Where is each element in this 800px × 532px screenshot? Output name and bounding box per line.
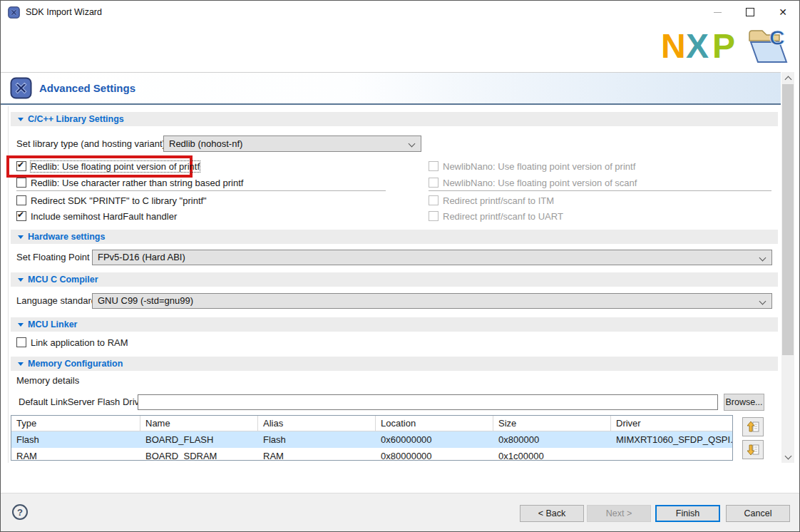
language-standard-value: GNU C99 (-std=gnu99): [93, 294, 771, 308]
section-header-memory[interactable]: Memory Configuration: [11, 357, 778, 371]
chevron-up-icon: [784, 76, 791, 83]
separator: [16, 190, 386, 191]
close-button[interactable]: ✕: [766, 1, 799, 24]
svg-text:C: C: [769, 26, 785, 49]
newlib-scanf-checkbox: [429, 178, 439, 188]
svg-text:N: N: [661, 27, 686, 63]
wizard-header: Advanced Settings: [1, 72, 781, 105]
checkbox-row-redlib-char[interactable]: Redlib: Use character rather than string…: [16, 177, 243, 188]
collapse-triangle-icon: [18, 235, 24, 239]
redlib-char-checkbox[interactable]: [16, 178, 26, 188]
section-header-hardware[interactable]: Hardware settings: [11, 230, 778, 244]
section-title: C/C++ Library Settings: [28, 114, 124, 124]
library-type-combo[interactable]: Redlib (nohost-nf): [163, 135, 421, 152]
checkbox-row-itm: Redirect printf/scanf to ITM: [429, 195, 554, 206]
redlib-float-label[interactable]: Redlib: Use floating point version of pr…: [31, 161, 200, 172]
library-type-label: Set library type (and hosting variant): [16, 135, 165, 152]
scroll-up-button[interactable]: [781, 72, 794, 84]
redirect-printf-checkbox[interactable]: [16, 195, 26, 205]
section-header-compiler[interactable]: MCU C Compiler: [11, 272, 778, 287]
close-icon: ✕: [779, 7, 787, 17]
maximize-button[interactable]: [734, 1, 766, 24]
itm-label: Redirect printf/scanf to ITM: [443, 195, 554, 206]
nxp-logo: N X P: [661, 26, 741, 66]
vertical-scrollbar[interactable]: [781, 72, 794, 463]
link-ram-label[interactable]: Link application to RAM: [31, 337, 128, 348]
redirect-printf-label[interactable]: Redirect SDK "PRINTF" to C library "prin…: [31, 195, 207, 206]
section-title: Hardware settings: [28, 232, 105, 242]
checkbox-row-semihost[interactable]: Include semihost HardFault handler: [16, 210, 177, 222]
minimize-icon: [714, 12, 722, 13]
semihost-label[interactable]: Include semihost HardFault handler: [31, 211, 177, 222]
newlib-printf-label: NewlibNano: Use floating point version o…: [443, 161, 635, 172]
checkbox-row-redlib-float[interactable]: Redlib: Use floating point version of pr…: [16, 160, 200, 172]
minimize-button[interactable]: [701, 1, 734, 24]
memory-table-header: Type Name Alias Location Size Driver: [11, 416, 732, 431]
collapse-triangle-icon: [18, 323, 24, 327]
maximize-icon: [746, 8, 754, 16]
page-title: Advanced Settings: [39, 82, 135, 94]
link-ram-checkbox[interactable]: [16, 337, 26, 347]
back-button[interactable]: < Back: [520, 505, 584, 522]
checkbox-row-newlib-printf: NewlibNano: Use floating point version o…: [429, 160, 635, 172]
collapse-triangle-icon: [18, 362, 24, 366]
column-header-size[interactable]: Size: [493, 416, 611, 431]
collapse-triangle-icon: [18, 278, 24, 282]
scrollbar-thumb[interactable]: [782, 84, 794, 355]
app-icon: [8, 6, 20, 19]
collapse-triangle-icon: [18, 118, 24, 121]
cell-name: BOARD_SDRAM: [140, 451, 258, 461]
next-button: Next >: [587, 505, 651, 522]
folder-c-icon: C: [744, 25, 791, 70]
newlib-scanf-label: NewlibNano: Use floating point version o…: [443, 178, 637, 188]
cancel-button[interactable]: Cancel: [726, 505, 790, 522]
arrow-up-icon: [747, 421, 759, 433]
move-down-button[interactable]: [742, 440, 764, 459]
separator: [429, 190, 771, 191]
help-button[interactable]: ?: [12, 504, 28, 520]
chevron-down-icon: [784, 452, 791, 459]
redlib-char-label[interactable]: Redlib: Use character rather than string…: [31, 178, 243, 188]
cell-type: Flash: [11, 434, 140, 445]
sdk-import-wizard-window: SDK Import Wizard ✕ N X P C: [0, 0, 800, 532]
checkbox-row-newlib-scanf: NewlibNano: Use floating point version o…: [429, 177, 637, 188]
column-header-alias[interactable]: Alias: [258, 416, 376, 431]
redlib-float-checkbox[interactable]: [16, 161, 26, 171]
cell-alias: Flash: [258, 434, 376, 445]
scroll-down-button[interactable]: [781, 451, 794, 463]
cell-type: RAM: [11, 451, 140, 461]
finish-button[interactable]: Finish: [655, 505, 720, 522]
library-type-value: Redlib (nohost-nf): [164, 136, 421, 151]
titlebar[interactable]: SDK Import Wizard ✕: [1, 1, 799, 24]
column-header-driver[interactable]: Driver: [611, 416, 732, 431]
checkbox-row-link-ram[interactable]: Link application to RAM: [16, 337, 128, 348]
column-header-location[interactable]: Location: [376, 416, 493, 431]
arrow-down-icon: [747, 444, 759, 456]
cell-location: 0x80000000: [376, 451, 493, 461]
section-title: MCU Linker: [28, 319, 77, 329]
svg-text:P: P: [712, 27, 735, 63]
footer-bar: ? < Back Next > Finish Cancel: [1, 493, 799, 532]
uart-label: Redirect printf/scanf to UART: [443, 211, 563, 222]
cell-alias: RAM: [258, 451, 376, 461]
section-header-library[interactable]: C/C++ Library Settings: [11, 112, 778, 126]
cell-location: 0x60000000: [376, 434, 493, 445]
flash-driver-input[interactable]: [138, 394, 718, 410]
banner: N X P C: [1, 24, 799, 72]
itm-checkbox: [429, 195, 439, 205]
column-header-type[interactable]: Type: [11, 416, 140, 431]
semihost-checkbox[interactable]: [16, 211, 26, 221]
checkbox-row-redirect-printf[interactable]: Redirect SDK "PRINTF" to C library "prin…: [16, 195, 207, 206]
fp-type-combo[interactable]: FPv5-D16 (Hard ABI): [92, 250, 772, 265]
table-row[interactable]: RAM BOARD_SDRAM RAM 0x80000000 0x1c00000: [11, 448, 732, 461]
section-header-linker[interactable]: MCU Linker: [11, 317, 778, 332]
language-standard-combo[interactable]: GNU C99 (-std=gnu99): [92, 293, 772, 309]
memory-details-label: Memory details: [16, 375, 79, 386]
browse-button[interactable]: Browse...: [724, 394, 764, 411]
section-title: MCU C Compiler: [28, 275, 98, 285]
move-up-button[interactable]: [742, 417, 764, 436]
flash-driver-label: Default LinkServer Flash Driver: [19, 394, 148, 410]
table-row[interactable]: Flash BOARD_FLASH Flash 0x60000000 0x800…: [11, 431, 732, 448]
newlib-printf-checkbox: [429, 161, 439, 171]
column-header-name[interactable]: Name: [140, 416, 258, 431]
